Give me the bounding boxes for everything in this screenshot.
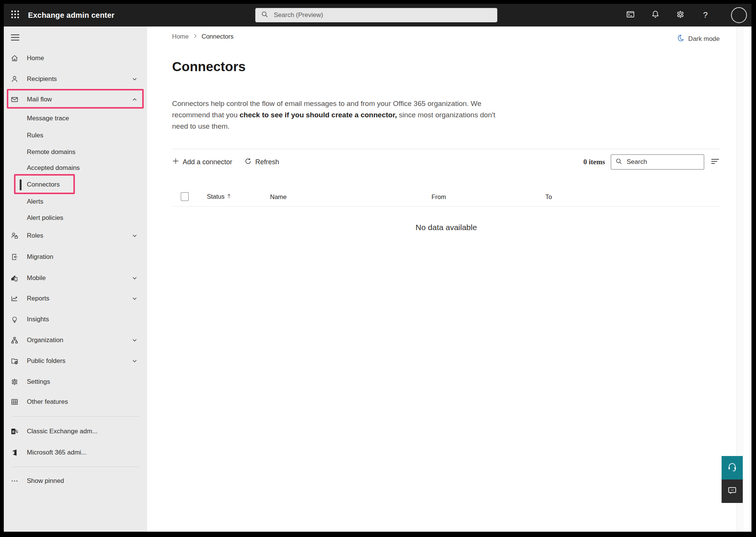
filter-button[interactable]	[710, 157, 720, 167]
sidebar-label: Roles	[27, 232, 43, 240]
list-search-input[interactable]	[626, 158, 700, 166]
sidebar-label: Migration	[27, 253, 53, 261]
sort-ascending-icon	[227, 193, 231, 201]
classic-exchange-logo-icon: E	[11, 428, 19, 436]
gear-icon	[676, 10, 685, 20]
feedback-button[interactable]	[722, 479, 743, 503]
sidebar-item-remote-domains[interactable]: Remote domains	[4, 144, 147, 160]
column-label: From	[432, 193, 446, 200]
chat-bubble-icon	[727, 485, 737, 497]
microsoft-365-logo-icon	[11, 449, 19, 457]
sidebar-item-alerts[interactable]: Alerts	[4, 193, 147, 210]
sidebar-item-microsoft-365-admin[interactable]: Microsoft 365 admi...	[4, 444, 147, 461]
sidebar-item-classic-exchange-admin[interactable]: E Classic Exchange adm...	[4, 423, 147, 440]
refresh-label: Refresh	[255, 158, 279, 166]
mobile-icon	[11, 274, 19, 282]
command-bar-divider	[172, 149, 720, 149]
sidebar-item-insights[interactable]: Insights	[4, 311, 147, 328]
sidebar-item-rules[interactable]: Rules	[4, 127, 147, 144]
page-description: Connectors help control the flow of emai…	[172, 98, 496, 132]
sidebar-item-organization[interactable]: Organization	[4, 332, 147, 349]
sidebar-item-mail-flow[interactable]: Mail flow	[4, 91, 147, 108]
table-grid-icon	[11, 398, 19, 406]
sidebar-item-roles[interactable]: Roles	[4, 227, 147, 244]
settings-topbar-button[interactable]	[676, 11, 685, 20]
account-avatar[interactable]	[731, 7, 747, 23]
column-header-from[interactable]: From	[432, 193, 446, 200]
line-chart-icon	[11, 295, 19, 303]
add-connector-button[interactable]: Add a connector	[172, 157, 232, 167]
notifications-button[interactable]	[651, 11, 660, 20]
sidebar-item-migration[interactable]: Migration	[4, 249, 147, 265]
app-launcher-button[interactable]	[7, 7, 23, 23]
column-header-to[interactable]: To	[545, 193, 552, 200]
svg-text:E: E	[12, 430, 15, 434]
sidebar-item-message-trace[interactable]: Message trace	[4, 110, 147, 127]
sidebar-item-recipients[interactable]: Recipients	[4, 71, 147, 87]
settings-gear-icon	[11, 378, 19, 386]
sidebar-label: Organization	[27, 336, 63, 344]
sidebar-label: Message trace	[27, 115, 69, 122]
person-icon	[11, 75, 19, 83]
column-label: Status	[207, 193, 225, 200]
sidebar-item-settings[interactable]: Settings	[4, 374, 147, 390]
sidebar-item-show-pinned[interactable]: Show pinned	[4, 473, 147, 489]
help-button[interactable]: ?	[701, 11, 710, 20]
refresh-button[interactable]: Refresh	[244, 157, 279, 167]
roles-icon	[11, 232, 19, 240]
column-header-status[interactable]: Status	[207, 193, 231, 201]
chevron-down-icon	[131, 337, 138, 344]
sidebar-item-reports[interactable]: Reports	[4, 290, 147, 307]
sidebar-label: Classic Exchange adm...	[27, 428, 98, 435]
sidebar-label: Mobile	[27, 274, 46, 282]
add-connector-label: Add a connector	[183, 158, 232, 166]
select-all-checkbox[interactable]	[181, 192, 189, 201]
chevron-down-icon	[131, 295, 138, 302]
nav-collapse-button[interactable]	[11, 33, 20, 42]
sidebar-item-accepted-domains[interactable]: Accepted domains	[4, 160, 147, 176]
sidebar-label: Remote domains	[27, 148, 76, 156]
command-bar: Add a connector Refresh 0 items	[172, 154, 720, 170]
check-connector-link[interactable]: check to see if you should create a conn…	[239, 111, 397, 119]
table-header-divider	[172, 206, 720, 207]
chevron-down-icon	[131, 358, 138, 364]
ellipsis-icon	[11, 477, 19, 485]
breadcrumb: Home Connectors	[172, 33, 233, 40]
breadcrumb-home-link[interactable]: Home	[172, 33, 189, 40]
sidebar-item-home[interactable]: Home	[4, 50, 147, 67]
selected-item-indicator	[20, 179, 22, 190]
mail-icon	[11, 96, 19, 104]
sidebar-item-mobile[interactable]: Mobile	[4, 270, 147, 286]
cloud-shell-button[interactable]	[626, 11, 635, 20]
dark-mode-label: Dark mode	[688, 35, 720, 43]
waffle-icon	[11, 10, 20, 20]
sidebar-item-connectors[interactable]: Connectors	[4, 176, 147, 193]
chevron-up-icon	[131, 96, 138, 103]
column-header-name[interactable]: Name	[270, 193, 287, 200]
global-search-box[interactable]	[255, 8, 497, 22]
sidebar-item-public-folders[interactable]: Public folders	[4, 353, 147, 369]
sidebar-item-other-features[interactable]: Other features	[4, 394, 147, 410]
page-title: Connectors	[172, 59, 245, 74]
sidebar-label: Mail flow	[27, 96, 52, 103]
list-search-box[interactable]	[611, 154, 704, 170]
table-header: Status Name From To	[172, 187, 720, 206]
lightbulb-icon	[11, 316, 19, 324]
org-chart-icon	[11, 336, 19, 344]
dark-mode-toggle[interactable]: Dark mode	[677, 34, 720, 44]
left-navigation: Home Recipients Mai	[4, 26, 147, 532]
empty-state-message: No data available	[172, 223, 720, 232]
headset-icon	[727, 462, 737, 474]
sidebar-label: Home	[27, 54, 44, 62]
sidebar-item-alert-policies[interactable]: Alert policies	[4, 210, 147, 226]
sidebar-divider	[11, 467, 140, 467]
global-search-input[interactable]	[273, 11, 492, 19]
topbar-actions: ?	[626, 4, 747, 26]
sidebar-label: Insights	[27, 316, 49, 323]
command-bar-left: Add a connector Refresh	[172, 154, 279, 170]
moon-icon	[677, 34, 685, 44]
support-button[interactable]	[722, 456, 743, 479]
sidebar-label: Microsoft 365 admi...	[27, 449, 87, 456]
column-label: Name	[270, 193, 287, 200]
sidebar-label: Alert policies	[27, 214, 63, 222]
